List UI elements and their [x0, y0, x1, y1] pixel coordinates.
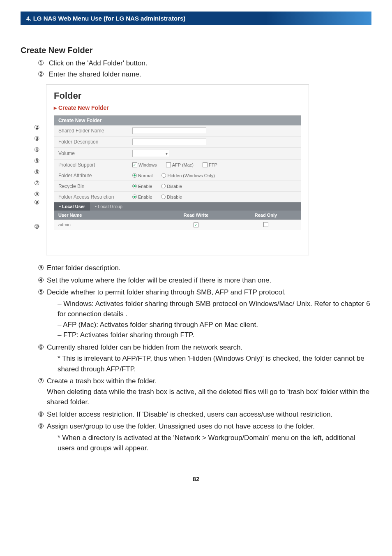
recycle-enable-radio[interactable]: Enable	[132, 184, 152, 189]
step-num: ③	[38, 263, 47, 273]
step-item: ⑨ Assign user/group to use the folder. U…	[38, 421, 371, 454]
radio-label: Hidden (Windows Only)	[167, 173, 215, 178]
step-num: ⑥	[38, 342, 47, 375]
label-description: Folder Description	[58, 139, 132, 145]
table-head: User Name Read /Write Read Only	[54, 211, 301, 220]
cell-user: admin	[54, 220, 161, 230]
restrict-disable-radio[interactable]: Disable	[161, 195, 182, 199]
sub-list: Windows: Activates folder sharing throug…	[47, 299, 371, 341]
description-input[interactable]	[132, 139, 206, 145]
callout-num: ⑥	[34, 169, 39, 180]
screenshot: ② ③ ④ ⑤ ⑥ ⑦ ⑧ ⑨ ⑩ Folder Create New Fold…	[46, 84, 309, 255]
callout-num: ④	[34, 146, 39, 158]
step-text: Decide whether to permit folder sharing …	[47, 288, 286, 296]
callout-num: ⑦	[34, 180, 39, 191]
protocol-ftp-checkbox[interactable]: FTP	[203, 162, 217, 167]
row-description: Folder Description	[54, 137, 301, 148]
callout-num: ⑧	[34, 191, 39, 199]
checkbox-label: AFP (Mac)	[172, 162, 194, 167]
recycle-disable-radio[interactable]: Disable	[161, 184, 182, 189]
step-note: * This is irrelevant to AFP/FTP, thus wh…	[47, 353, 371, 374]
step-item: ① Click on the 'Add Folder' button.	[38, 58, 371, 69]
attribute-normal-radio[interactable]: Normal	[132, 173, 152, 178]
checkbox-label: Windows	[138, 162, 157, 167]
callout-num: ⑨	[34, 199, 39, 212]
step-continuation: When deleting data while the trash box i…	[47, 388, 369, 406]
radio-label: Disable	[167, 184, 182, 189]
step-item: ⑦ Create a trash box within the folder. …	[38, 376, 371, 408]
table-row: admin ✓	[54, 220, 301, 230]
section-title: Create New Folder	[21, 46, 371, 55]
restrict-enable-radio[interactable]: Enable	[132, 195, 152, 199]
page-footer: 82	[21, 471, 371, 482]
step-item: ② Enter the shared folder name.	[38, 70, 371, 80]
callout-num	[34, 212, 39, 223]
attribute-hidden-radio[interactable]: Hidden (Windows Only)	[161, 173, 215, 178]
callout-numbers: ② ③ ④ ⑤ ⑥ ⑦ ⑧ ⑨ ⑩	[34, 124, 39, 234]
intro-steps: ① Click on the 'Add Folder' button. ② En…	[21, 58, 371, 79]
step-text: Click on the 'Add Folder' button.	[49, 59, 148, 67]
chapter-banner: 4. LG NAS Web Menu Use (for LG NAS admin…	[21, 12, 371, 25]
step-item: ④ Set the volume where the folder will b…	[38, 275, 371, 286]
rw-checkbox[interactable]: ✓	[194, 222, 198, 227]
step-num: ⑦	[38, 376, 47, 408]
page-number: 82	[193, 475, 200, 482]
step-text: Set folder access restriction. If 'Disab…	[47, 409, 371, 420]
col-user-name: User Name	[54, 211, 161, 220]
callout-num: ③	[34, 135, 39, 146]
step-item: ⑧ Set folder access restriction. If 'Dis…	[38, 409, 371, 420]
create-folder-panel: Create New Folder Shared Folder Name Fol…	[54, 115, 301, 230]
label-recycle: Recycle Bin	[58, 183, 132, 189]
label-restriction: Folder Access Restriction	[58, 194, 132, 200]
step-num: ⑨	[38, 421, 47, 454]
screenshot-subtitle: Create New Folder	[54, 104, 301, 111]
row-attribute: Folder Attribute Normal Hidden (Windows …	[54, 170, 301, 181]
step-text: Set the volume where the folder will be …	[47, 275, 371, 286]
continuation-steps: ③ Enter folder description. ④ Set the vo…	[21, 263, 371, 454]
row-protocol: Protocol Support ✓Windows AFP (Mac) FTP	[54, 160, 301, 170]
label-volume: Volume	[58, 151, 132, 156]
protocol-afp-checkbox[interactable]: AFP (Mac)	[166, 162, 194, 167]
col-read-only: Read Only	[231, 211, 301, 220]
sub-item: FTP: Activates folder sharing through FT…	[58, 330, 371, 341]
row-volume: Volume ▾	[54, 148, 301, 160]
label-attribute: Folder Attribute	[58, 173, 132, 178]
callout-num: ⑩	[34, 223, 39, 234]
ro-checkbox[interactable]	[263, 222, 268, 227]
panel-head: Create New Folder	[54, 116, 301, 125]
radio-label: Normal	[138, 173, 152, 178]
user-group-tabs: • Local User • Local Group	[54, 202, 301, 211]
step-item: ③ Enter folder description.	[38, 263, 371, 273]
step-text: Enter folder description.	[47, 263, 371, 273]
radio-label: Enable	[138, 195, 152, 199]
screenshot-title: Folder	[54, 90, 301, 101]
step-num: ⑧	[38, 409, 47, 420]
checkbox-label: FTP	[209, 162, 217, 167]
callout-num: ②	[34, 124, 39, 135]
sub-item: AFP (Mac): Activates folder sharing thro…	[58, 320, 371, 330]
step-item: ⑥ Currently shared folder can be hidden …	[38, 342, 371, 375]
tab-local-user[interactable]: • Local User	[54, 202, 90, 211]
step-text: Create a trash box within the folder.	[47, 377, 157, 385]
protocol-windows-checkbox[interactable]: ✓Windows	[132, 162, 157, 167]
col-read-write: Read /Write	[161, 211, 231, 220]
step-text: Assign user/group to use the folder. Una…	[47, 422, 315, 430]
row-recycle: Recycle Bin Enable Disable	[54, 181, 301, 192]
label-shared-name: Shared Folder Name	[58, 128, 132, 134]
radio-label: Enable	[138, 184, 152, 189]
row-shared-name: Shared Folder Name	[54, 125, 301, 137]
step-item: ⑤ Decide whether to permit folder sharin…	[38, 287, 371, 341]
volume-select[interactable]: ▾	[132, 150, 169, 157]
step-num: ④	[38, 275, 47, 286]
shared-name-input[interactable]	[132, 127, 206, 134]
step-num: ②	[38, 70, 47, 80]
step-text: Enter the shared folder name.	[49, 70, 141, 78]
tab-local-group[interactable]: • Local Group	[90, 202, 127, 211]
step-note: * When a directory is activated at the '…	[47, 433, 371, 454]
step-num: ①	[38, 58, 47, 69]
radio-label: Disable	[167, 195, 182, 199]
step-num: ⑤	[38, 287, 47, 341]
row-restriction: Folder Access Restriction Enable Disable	[54, 192, 301, 202]
step-text: Currently shared folder can be hidden fr…	[47, 343, 242, 351]
sub-item: Windows: Activates folder sharing throug…	[58, 299, 371, 320]
